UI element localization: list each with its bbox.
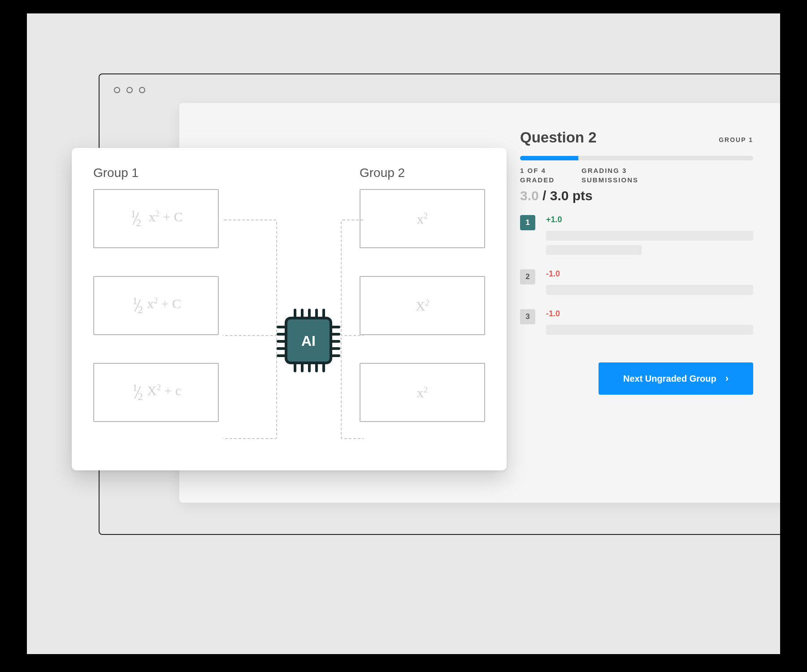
rubric-text-placeholder [546,285,753,295]
answer-math: 12x2 + C [131,296,181,314]
score-sep: / [539,188,550,203]
group-1-title: Group 1 [93,166,219,180]
window-dot-icon [114,87,120,93]
score-line: 3.0 / 3.0 pts [520,188,753,203]
window-dot-icon [139,87,145,93]
answer-thumb[interactable]: x2 [360,189,485,248]
next-ungraded-button[interactable]: Next Ungraded Group › [599,362,753,395]
rubric-body: -1.0 [546,309,753,339]
group-2-title: Group 2 [360,166,485,180]
group-col-1: Group 1 12 x2 + C 12x2 + C 12X2 + c [93,166,219,452]
rubric-text-placeholder [546,325,753,335]
rubric-text-placeholder [546,231,753,241]
answer-thumb[interactable]: x2 [360,363,485,422]
rubric-delta: +1.0 [546,215,753,224]
answer-math: 12X2 + c [131,383,181,401]
rubric-text-placeholder [546,245,642,255]
stat-grading-count: GRADING 3 [581,167,638,174]
connector-line [222,336,277,439]
ai-chip-label: AI [301,333,316,349]
groups-card: Group 1 12 x2 + C 12x2 + C 12X2 + c [72,148,507,470]
rubric-item-1[interactable]: 1 +1.0 [520,215,753,259]
question-title: Question 2 [520,129,753,146]
stat-grading: GRADING 3 SUBMISSIONS [581,167,638,184]
rubric-delta: -1.0 [546,269,753,279]
stat-graded-count: 1 OF 4 [520,167,555,174]
answer-math: 12 x2 + C [129,209,182,228]
grading-inner: Question 2 GROUP 1 1 OF 4 GRADED GRADING… [520,129,753,395]
rubric-item-2[interactable]: 2 -1.0 [520,269,753,299]
stage: Question 2 GROUP 1 1 OF 4 GRADED GRADING… [27,13,780,654]
stat-graded-label: GRADED [520,176,555,184]
score-earned: 3.0 [520,188,539,203]
rubric-body: -1.0 [546,269,753,299]
stats-row: 1 OF 4 GRADED GRADING 3 SUBMISSIONS [520,167,753,184]
answer-math: x2 [417,386,428,400]
next-ungraded-label: Next Ungraded Group [623,374,716,384]
rubric-item-3[interactable]: 3 -1.0 [520,309,753,339]
connector-line [222,220,277,336]
rubric-badge[interactable]: 3 [520,309,535,324]
window-dot-icon [126,87,133,93]
rubric-badge[interactable]: 2 [520,269,535,284]
score-total: 3.0 pts [550,188,593,203]
answer-thumb[interactable]: 12 x2 + C [93,189,219,248]
answer-thumb[interactable]: X2 [360,276,485,335]
group-label: GROUP 1 [719,136,753,143]
window-controls [114,87,145,93]
stat-grading-label: SUBMISSIONS [581,176,638,184]
answer-math: x2 [417,212,428,226]
progress-bar [520,156,753,160]
rubric-delta: -1.0 [546,309,753,319]
stat-graded: 1 OF 4 GRADED [520,167,555,184]
progress-fill [520,156,578,160]
answer-math: X2 [416,299,430,313]
rubric-badge[interactable]: 1 [520,215,535,230]
answer-thumb[interactable]: 12X2 + c [93,363,219,422]
answer-thumb[interactable]: 12x2 + C [93,276,219,335]
chevron-right-icon: › [725,373,729,384]
group-col-2: Group 2 x2 X2 x2 [360,166,485,452]
ai-chip-icon: AI [273,305,344,376]
rubric-body: +1.0 [546,215,753,259]
